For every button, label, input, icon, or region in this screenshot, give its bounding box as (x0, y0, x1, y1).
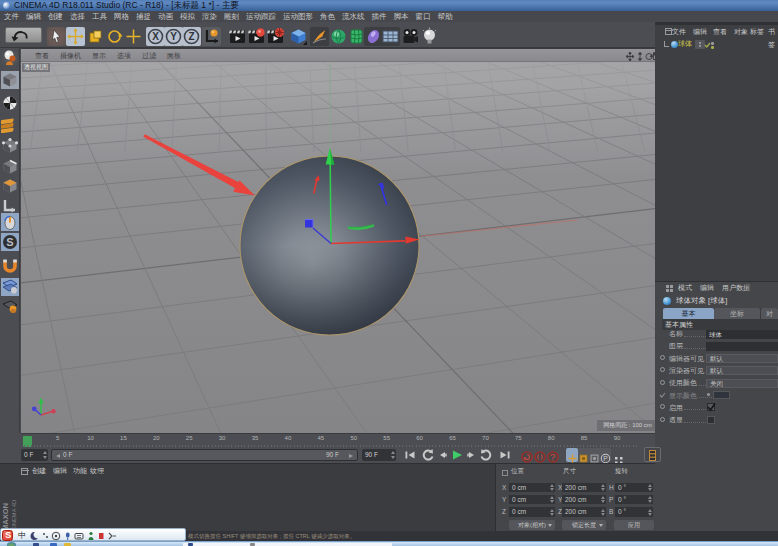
svg-text:Y: Y (170, 31, 177, 42)
svg-text:MAXON: MAXON (1, 503, 10, 531)
svg-text:Z: Z (188, 31, 194, 42)
svg-text:P: P (603, 455, 608, 462)
svg-text:CINEMA 4D: CINEMA 4D (11, 500, 17, 531)
svg-text:X: X (152, 31, 159, 42)
svg-text:S: S (6, 236, 13, 248)
